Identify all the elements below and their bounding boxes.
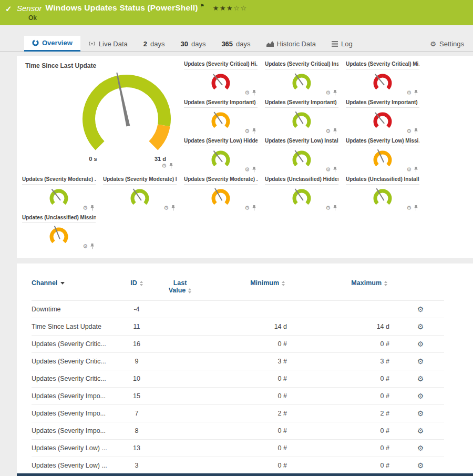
edit-channel-icon[interactable]: ⚙ bbox=[417, 322, 424, 331]
gear-icon[interactable]: ⚙ bbox=[406, 205, 412, 211]
gear-icon[interactable]: ⚙ bbox=[244, 205, 250, 211]
gear-icon[interactable]: ⚙ bbox=[83, 205, 88, 211]
channel-name[interactable]: Time Since Last Update bbox=[32, 318, 121, 336]
column-header-last-value[interactable]: LastValue bbox=[152, 277, 208, 301]
gauge-cell-main[interactable]: Time Since Last Update 0 s31 d ⚙ bbox=[21, 60, 183, 175]
edit-channel-icon[interactable]: ⚙ bbox=[417, 374, 424, 383]
gauge-cell[interactable]: Updates (Severity Low) Hidden⚙ bbox=[183, 137, 264, 175]
gear-icon[interactable]: ⚙ bbox=[406, 167, 412, 173]
pin-icon[interactable] bbox=[90, 244, 95, 249]
tab-label: days bbox=[150, 40, 164, 47]
edit-channel-icon[interactable]: ⚙ bbox=[417, 340, 424, 348]
gauge-cell[interactable]: Updates (Unclassified) Hidden⚙ bbox=[264, 175, 345, 214]
tab-365-days[interactable]: 365days bbox=[213, 36, 258, 52]
edit-channel-icon[interactable]: ⚙ bbox=[417, 427, 424, 435]
column-header-maximum[interactable]: Maximum bbox=[294, 277, 397, 301]
channel-id: 11 bbox=[121, 318, 152, 336]
sensor-kind-label: Sensor bbox=[17, 4, 42, 13]
channel-gauge-dial bbox=[209, 186, 233, 210]
gauge-cell[interactable]: Updates (Severity Important) ...⚙ bbox=[345, 98, 426, 137]
pin-icon[interactable] bbox=[414, 90, 418, 96]
gauge-title: Updates (Severity Important) ... bbox=[346, 99, 419, 108]
pin-icon[interactable] bbox=[252, 128, 256, 134]
column-header-channel[interactable]: Channel bbox=[32, 277, 121, 301]
column-header-id[interactable]: ID bbox=[121, 277, 152, 301]
edit-channel-icon[interactable]: ⚙ bbox=[417, 444, 424, 452]
gear-icon[interactable]: ⚙ bbox=[163, 205, 169, 211]
gauge-cell[interactable]: Updates (Severity Low) Missi...⚙ bbox=[345, 137, 426, 175]
pin-icon[interactable] bbox=[414, 167, 418, 173]
pin-icon[interactable] bbox=[169, 163, 173, 169]
tab-live-data[interactable]: Live Data bbox=[80, 36, 136, 52]
gear-icon[interactable]: ⚙ bbox=[83, 244, 88, 249]
edit-channel-icon[interactable]: ⚙ bbox=[417, 392, 424, 400]
pin-icon[interactable] bbox=[252, 205, 256, 211]
pin-icon[interactable] bbox=[90, 205, 95, 211]
tab-2-days[interactable]: 2days bbox=[136, 36, 173, 52]
gauge-cell[interactable]: Updates (Severity Critical) Mi...⚙ bbox=[345, 60, 426, 98]
gear-icon[interactable]: ⚙ bbox=[325, 167, 331, 173]
gauge-cell[interactable]: Updates (Severity Moderate) ...⚙ bbox=[183, 175, 264, 214]
channel-name[interactable]: Updates (Severity Critic... bbox=[32, 336, 121, 353]
pin-icon[interactable] bbox=[333, 128, 337, 134]
channel-minimum: 0 # bbox=[208, 388, 294, 405]
tab-overview[interactable]: Overview bbox=[24, 36, 80, 52]
edit-channel-icon[interactable]: ⚙ bbox=[417, 305, 424, 313]
pin-icon[interactable] bbox=[252, 167, 256, 173]
gear-icon[interactable]: ⚙ bbox=[406, 128, 412, 134]
tab-number: 2 bbox=[143, 40, 147, 48]
gauge-cell[interactable]: Updates (Severity Important) ...⚙ bbox=[264, 98, 345, 137]
channel-gauge-dial bbox=[209, 148, 233, 172]
gear-icon[interactable]: ⚙ bbox=[325, 205, 331, 211]
channel-name[interactable]: Updates (Severity Impo... bbox=[32, 422, 121, 440]
channel-minimum: 0 # bbox=[208, 422, 294, 440]
tab-historic-data[interactable]: Historic Data bbox=[259, 36, 324, 52]
gear-icon[interactable]: ⚙ bbox=[244, 167, 250, 173]
gauge-cell[interactable]: Updates (Severity Critical) Ins...⚙ bbox=[264, 60, 345, 98]
gauge-cell[interactable]: Updates (Severity Moderate) ...⚙ bbox=[21, 175, 102, 214]
channel-gauge-dial bbox=[47, 186, 71, 210]
tab-30-days[interactable]: 30days bbox=[172, 36, 213, 52]
channel-name[interactable]: Updates (Severity Critic... bbox=[32, 353, 121, 370]
channel-minimum: 0 # bbox=[208, 457, 294, 474]
channel-name[interactable]: Updates (Severity Low) ... bbox=[32, 440, 121, 457]
column-header-minimum[interactable]: Minimum bbox=[208, 277, 294, 301]
tab-settings[interactable]: ⚙Settings bbox=[422, 36, 472, 52]
gauge-cell[interactable]: Updates (Severity Important) ...⚙ bbox=[183, 98, 264, 137]
gear-icon[interactable]: ⚙ bbox=[325, 128, 331, 134]
gear-icon[interactable]: ⚙ bbox=[244, 128, 250, 134]
pin-icon[interactable] bbox=[171, 205, 176, 211]
gauge-cell[interactable]: Updates (Unclassified) Install...⚙ bbox=[345, 175, 426, 214]
channel-maximum: 2 # bbox=[294, 405, 397, 422]
tab-log[interactable]: Log bbox=[324, 36, 361, 52]
channel-name[interactable]: Updates (Severity Critic... bbox=[32, 370, 121, 388]
channel-name[interactable]: Updates (Severity Impo... bbox=[32, 388, 121, 405]
channel-name[interactable]: Updates (Severity Impo... bbox=[32, 405, 121, 422]
channel-minimum bbox=[208, 301, 294, 318]
pin-icon[interactable] bbox=[252, 90, 256, 96]
gear-icon[interactable]: ⚙ bbox=[244, 90, 250, 96]
flag-icon[interactable]: ⚑ bbox=[200, 3, 204, 8]
gear-icon[interactable]: ⚙ bbox=[325, 90, 331, 96]
priority-stars[interactable]: ★★★☆☆ bbox=[213, 4, 248, 12]
edit-channel-icon[interactable]: ⚙ bbox=[417, 461, 424, 470]
gauge-cell[interactable]: Updates (Severity Low) Install...⚙ bbox=[264, 137, 345, 175]
gauge-cell[interactable]: Updates (Severity Moderate) I...⚙ bbox=[102, 175, 183, 214]
pin-icon[interactable] bbox=[333, 167, 337, 173]
pin-icon[interactable] bbox=[333, 90, 337, 96]
gear-icon[interactable]: ⚙ bbox=[406, 90, 412, 96]
pin-icon[interactable] bbox=[333, 205, 337, 211]
pin-icon[interactable] bbox=[414, 128, 418, 134]
gauge-cell[interactable]: Updates (Severity Critical) Hi...⚙ bbox=[183, 60, 264, 98]
sort-icon bbox=[384, 281, 387, 286]
channel-gauge-dial bbox=[371, 148, 395, 172]
live-data-icon bbox=[88, 40, 96, 47]
gear-icon[interactable]: ⚙ bbox=[161, 163, 167, 169]
edit-channel-icon[interactable]: ⚙ bbox=[417, 409, 424, 418]
channel-name[interactable]: Downtime bbox=[32, 301, 121, 318]
pin-icon[interactable] bbox=[414, 205, 418, 211]
channel-name[interactable]: Updates (Severity Low) ... bbox=[32, 457, 121, 474]
gauge-cell[interactable]: Updates (Unclassified) Missing⚙ bbox=[21, 214, 102, 252]
table-row: Updates (Severity Impo...72 #2 #⚙ bbox=[32, 405, 444, 422]
edit-channel-icon[interactable]: ⚙ bbox=[417, 357, 424, 366]
